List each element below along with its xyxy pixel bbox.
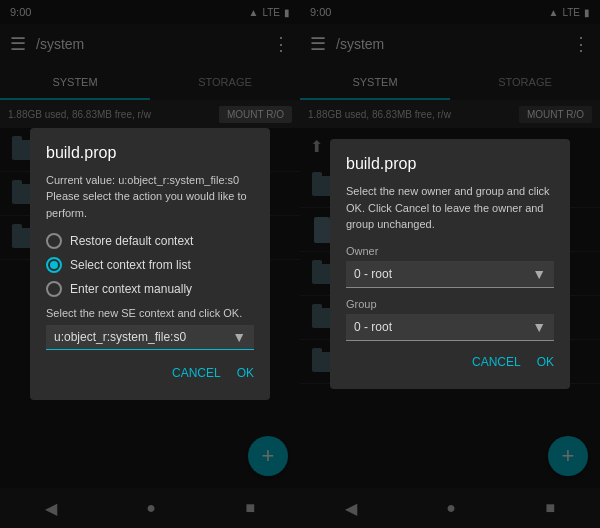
cancel-button-right[interactable]: CANCEL — [472, 351, 521, 373]
dialog-section-text: Select the new SE context and click OK. — [46, 307, 254, 319]
ok-button-left[interactable]: OK — [237, 362, 254, 384]
group-value: 0 - root — [354, 320, 392, 334]
radio-label-restore: Restore default context — [70, 234, 193, 248]
dialog-left: build.prop Current value: u:object_r:sys… — [30, 128, 270, 401]
dialog-text-right: Select the new owner and group and click… — [346, 183, 554, 233]
context-dropdown[interactable]: u:object_r:system_file:s0 ▼ — [46, 325, 254, 350]
group-dropdown[interactable]: 0 - root ▼ — [346, 314, 554, 341]
dialog-title-right: build.prop — [346, 155, 554, 173]
dialog-overlay-right: build.prop Select the new owner and grou… — [300, 0, 600, 528]
radio-circle-select — [46, 257, 62, 273]
radio-circle-restore — [46, 233, 62, 249]
owner-dropdown-arrow-icon: ▼ — [532, 266, 546, 282]
owner-dropdown[interactable]: 0 - root ▼ — [346, 261, 554, 288]
owner-label: Owner — [346, 245, 554, 257]
dialog-overlay-left: build.prop Current value: u:object_r:sys… — [0, 0, 300, 528]
radio-label-select: Select context from list — [70, 258, 191, 272]
dialog-actions-left: CANCEL OK — [46, 362, 254, 384]
radio-select[interactable]: Select context from list — [46, 257, 254, 273]
dropdown-arrow-icon: ▼ — [232, 329, 246, 345]
ok-button-right[interactable]: OK — [537, 351, 554, 373]
radio-label-enter: Enter context manually — [70, 282, 192, 296]
group-dropdown-arrow-icon: ▼ — [532, 319, 546, 335]
dialog-actions-right: CANCEL OK — [346, 351, 554, 373]
dropdown-value: u:object_r:system_file:s0 — [54, 330, 186, 344]
group-label: Group — [346, 298, 554, 310]
dialog-text1-left: Current value: u:object_r:system_file:s0… — [46, 172, 254, 222]
radio-circle-enter — [46, 281, 62, 297]
radio-restore[interactable]: Restore default context — [46, 233, 254, 249]
radio-enter[interactable]: Enter context manually — [46, 281, 254, 297]
dialog-right: build.prop Select the new owner and grou… — [330, 139, 570, 389]
group-row: Group 0 - root ▼ — [346, 298, 554, 341]
owner-value: 0 - root — [354, 267, 392, 281]
screen-left: 9:00 ▲ LTE ▮ ☰ /system ⋮ SYSTEM STORAGE … — [0, 0, 300, 528]
owner-row: Owner 0 - root ▼ — [346, 245, 554, 288]
screen-right: 9:00 ▲ LTE ▮ ☰ /system ⋮ SYSTEM STORAGE … — [300, 0, 600, 528]
cancel-button-left[interactable]: CANCEL — [172, 362, 221, 384]
dialog-title-left: build.prop — [46, 144, 254, 162]
